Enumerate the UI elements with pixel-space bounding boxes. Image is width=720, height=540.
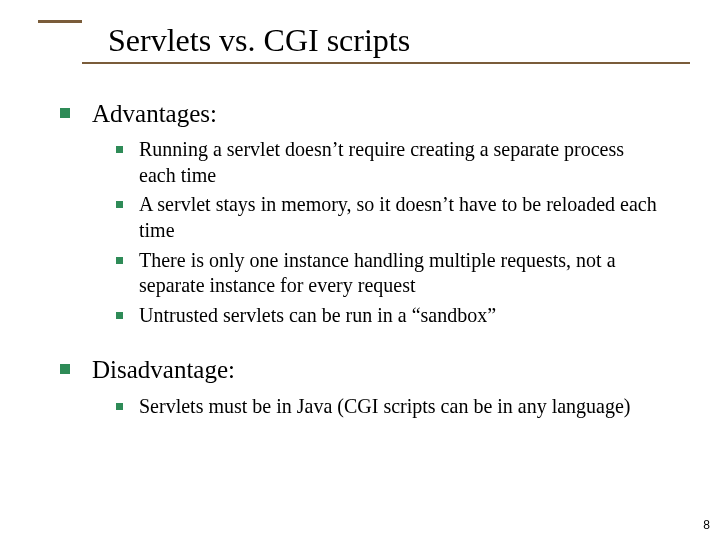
square-bullet-icon — [60, 364, 70, 374]
slide-body: Advantages: Running a servlet doesn’t re… — [60, 86, 660, 423]
section-heading: Disadvantage: — [60, 354, 660, 385]
list-item-text: There is only one instance handling mult… — [139, 248, 660, 299]
slide-title: Servlets vs. CGI scripts — [82, 21, 690, 58]
list-item-text: A servlet stays in memory, so it doesn’t… — [139, 192, 660, 243]
section-heading-text: Advantages: — [92, 98, 217, 129]
list-item-text: Servlets must be in Java (CGI scripts ca… — [139, 394, 631, 420]
square-bullet-icon — [116, 403, 123, 410]
square-bullet-icon — [116, 257, 123, 264]
section-heading-text: Disadvantage: — [92, 354, 235, 385]
list-item: Untrusted servlets can be run in a “sand… — [116, 303, 660, 329]
bullet-list: Servlets must be in Java (CGI scripts ca… — [116, 394, 660, 420]
page-number: 8 — [703, 518, 710, 532]
square-bullet-icon — [116, 146, 123, 153]
list-item-text: Running a servlet doesn’t require creati… — [139, 137, 660, 188]
title-area: Servlets vs. CGI scripts — [38, 20, 690, 64]
section-heading: Advantages: — [60, 98, 660, 129]
list-item: A servlet stays in memory, so it doesn’t… — [116, 192, 660, 243]
square-bullet-icon — [116, 312, 123, 319]
list-item: Running a servlet doesn’t require creati… — [116, 137, 660, 188]
bullet-list: Running a servlet doesn’t require creati… — [116, 137, 660, 328]
list-item: Servlets must be in Java (CGI scripts ca… — [116, 394, 660, 420]
list-item-text: Untrusted servlets can be run in a “sand… — [139, 303, 496, 329]
list-item: There is only one instance handling mult… — [116, 248, 660, 299]
title-accent-bar — [38, 20, 82, 23]
square-bullet-icon — [116, 201, 123, 208]
title-underline: Servlets vs. CGI scripts — [82, 21, 690, 64]
square-bullet-icon — [60, 108, 70, 118]
slide: Servlets vs. CGI scripts Advantages: Run… — [0, 0, 720, 540]
